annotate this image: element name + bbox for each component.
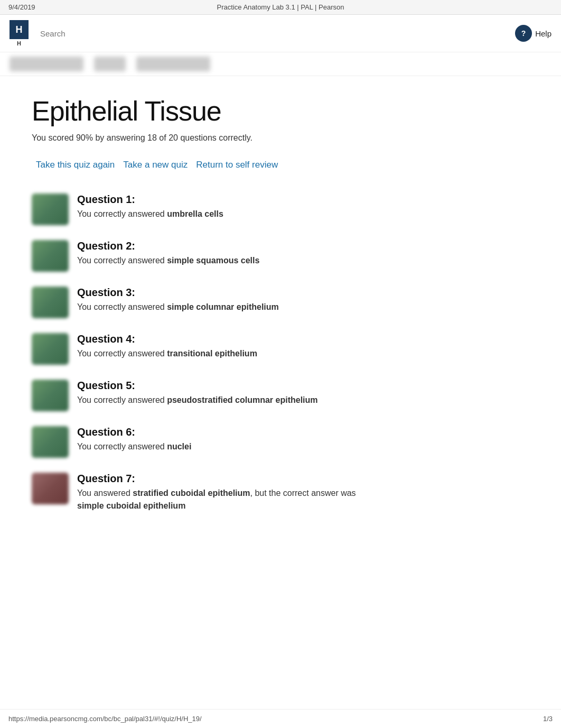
question-7-item: Question 7: You answered stratified cubo… [32,473,529,512]
question-4-item: Question 4: You correctly answered trans… [32,333,529,365]
question-1-answer: You correctly answered umbrella cells [77,208,529,220]
question-4-prefix: You correctly answered [77,349,167,358]
question-3-content: Question 3: You correctly answered simpl… [77,287,529,314]
question-3-label: Question 3: [77,287,529,299]
question-6-thumbnail [32,426,69,458]
question-7-label: Question 7: [77,473,529,485]
question-7-correct-answer: simple cuboidal epithelium [77,501,185,510]
question-7-suffix: , but the correct answer was [250,489,356,497]
question-2-label: Question 2: [77,240,529,252]
help-icon[interactable]: ? [515,25,532,42]
question-3-item: Question 3: You correctly answered simpl… [32,287,529,318]
question-2-content: Question 2: You correctly answered simpl… [77,240,529,267]
question-1-answer-text: umbrella cells [167,209,223,218]
browser-title: Practice Anatomy Lab 3.1 | PAL | Pearson [217,3,344,11]
footer: https://media.pearsoncmg.com/bc/bc_pal/p… [0,709,561,728]
question-2-answer: You correctly answered simple squamous c… [77,254,529,267]
question-1-content: Question 1: You correctly answered umbre… [77,193,529,220]
nav-item-quiz[interactable] [94,57,126,71]
question-1-thumbnail [32,193,69,225]
new-quiz-button[interactable]: Take a new quiz [123,155,196,174]
question-2-thumbnail [32,240,69,272]
question-7-thumbnail [32,473,69,504]
nav-bar [0,52,561,76]
question-6-content: Question 6: You correctly answered nucle… [77,426,529,453]
question-7-content: Question 7: You answered stratified cubo… [77,473,529,512]
help-label[interactable]: Help [535,29,551,38]
questions-list: Question 1: You correctly answered umbre… [32,193,529,512]
return-to-self-review-button[interactable]: Return to self review [196,155,286,174]
question-5-content: Question 5: You correctly answered pseud… [77,380,529,407]
question-6-answer: You correctly answered nuclei [77,440,529,453]
question-4-label: Question 4: [77,333,529,345]
question-5-prefix: You correctly answered [77,395,167,404]
question-2-answer-text: simple squamous cells [167,256,259,265]
retake-quiz-button[interactable]: Take this quiz again [32,155,123,174]
footer-url: https://media.pearsoncmg.com/bc/bc_pal/p… [8,715,202,723]
question-1-item: Question 1: You correctly answered umbre… [32,193,529,225]
action-links: Take this quiz again Take a new quiz Ret… [32,155,529,174]
question-6-item: Question 6: You correctly answered nucle… [32,426,529,458]
search-input[interactable] [40,29,146,38]
nav-item-self-review[interactable] [10,57,83,71]
question-3-thumbnail [32,287,69,318]
question-1-prefix: You correctly answered [77,209,167,218]
question-1-label: Question 1: [77,193,529,206]
question-2-item: Question 2: You correctly answered simpl… [32,240,529,272]
question-7-wrong-answer: stratified cuboidal epithelium [133,489,250,497]
browser-bar: 9/4/2019 Practice Anatomy Lab 3.1 | PAL … [0,0,561,15]
main-content: Epithelial Tissue You scored 90% by answ… [0,76,561,559]
score-text: You scored 90% by answering 18 of 20 que… [32,133,529,143]
page-title: Epithelial Tissue [32,95,529,127]
browser-date: 9/4/2019 [8,3,35,11]
logo-label: H [17,40,21,47]
question-2-prefix: You correctly answered [77,256,167,265]
question-5-item: Question 5: You correctly answered pseud… [32,380,529,411]
question-3-prefix: You correctly answered [77,302,167,311]
question-6-label: Question 6: [77,426,529,438]
question-5-thumbnail [32,380,69,411]
question-5-answer-text: pseudostratified columnar epithelium [167,395,317,404]
question-4-thumbnail [32,333,69,365]
search-area [34,26,515,41]
question-6-answer-text: nuclei [167,442,191,451]
help-area: ? Help [515,25,551,42]
header: H H ? Help [0,15,561,52]
question-5-label: Question 5: [77,380,529,392]
question-3-answer: You correctly answered simple columnar e… [77,301,529,314]
question-3-answer-text: simple columnar epithelium [167,302,279,311]
logo-area: H H [10,20,29,47]
question-4-content: Question 4: You correctly answered trans… [77,333,529,360]
nav-item-lab-practical[interactable] [136,57,210,71]
logo-icon[interactable]: H [10,20,29,39]
question-7-prefix: You answered [77,489,133,497]
footer-page: 1/3 [543,715,553,723]
question-5-answer: You correctly answered pseudostratified … [77,394,529,407]
question-4-answer: You correctly answered transitional epit… [77,347,529,360]
question-4-answer-text: transitional epithelium [167,349,257,358]
question-7-answer: You answered stratified cuboidal epithel… [77,487,529,512]
question-6-prefix: You correctly answered [77,442,167,451]
